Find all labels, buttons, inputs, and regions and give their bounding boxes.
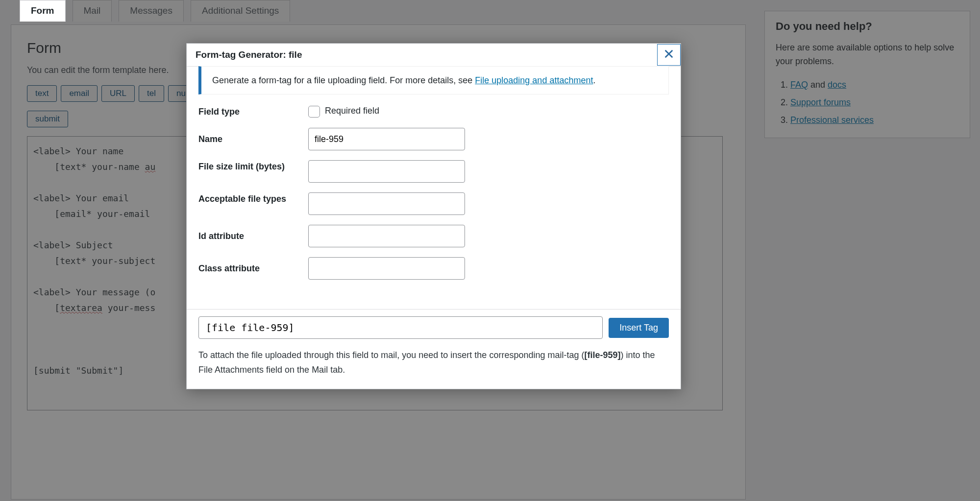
row-name: Name	[198, 128, 669, 150]
modal-body: Generate a form-tag for a file uploading…	[187, 66, 681, 309]
modal-field-rows: Field type Required field Name File size…	[187, 95, 681, 309]
file-types-input[interactable]	[308, 192, 465, 215]
row-size-limit: File size limit (bytes)	[198, 160, 669, 183]
label-file-types: Acceptable file types	[198, 192, 308, 205]
label-id-attr: Id attribute	[198, 230, 308, 242]
label-size-limit: File size limit (bytes)	[198, 160, 308, 173]
row-file-types: Acceptable file types	[198, 192, 669, 215]
label-name: Name	[198, 133, 308, 145]
modal-title: Form-tag Generator: file	[196, 49, 302, 60]
file-upload-doc-link[interactable]: File uploading and attachment	[475, 75, 593, 85]
close-icon	[663, 48, 674, 62]
modal-info-banner: Generate a form-tag for a file uploading…	[198, 66, 669, 95]
info-text-pre: Generate a form-tag for a file uploading…	[212, 75, 475, 85]
modal-header: Form-tag Generator: file	[187, 44, 681, 67]
row-class-attr: Class attribute	[198, 257, 669, 280]
info-text-post: .	[593, 75, 595, 85]
footer-note: To attach the file uploaded through this…	[198, 348, 669, 377]
tab-form[interactable]: Form	[20, 0, 66, 22]
row-field-type: Field type Required field	[198, 105, 669, 118]
class-attr-input[interactable]	[308, 257, 465, 280]
modal-close-button[interactable]	[657, 44, 681, 66]
label-field-type: Field type	[198, 105, 308, 118]
row-id-attr: Id attribute	[198, 225, 669, 247]
insert-tag-button[interactable]: Insert Tag	[609, 318, 669, 338]
footer-note-pre: To attach the file uploaded through this…	[198, 350, 584, 360]
modal-footer: Insert Tag To attach the file uploaded t…	[187, 309, 681, 389]
footer-note-mailtag: [file-959]	[584, 350, 620, 360]
size-limit-input[interactable]	[308, 160, 465, 183]
required-checkbox[interactable]	[308, 106, 320, 118]
required-checkbox-label: Required field	[325, 106, 379, 116]
generated-tag-input[interactable]	[198, 316, 603, 339]
form-tag-generator-modal: Form-tag Generator: file Generate a form…	[186, 43, 681, 389]
name-input[interactable]	[308, 128, 465, 150]
id-attr-input[interactable]	[308, 225, 465, 247]
label-class-attr: Class attribute	[198, 262, 308, 275]
footer-top-row: Insert Tag	[198, 316, 669, 339]
